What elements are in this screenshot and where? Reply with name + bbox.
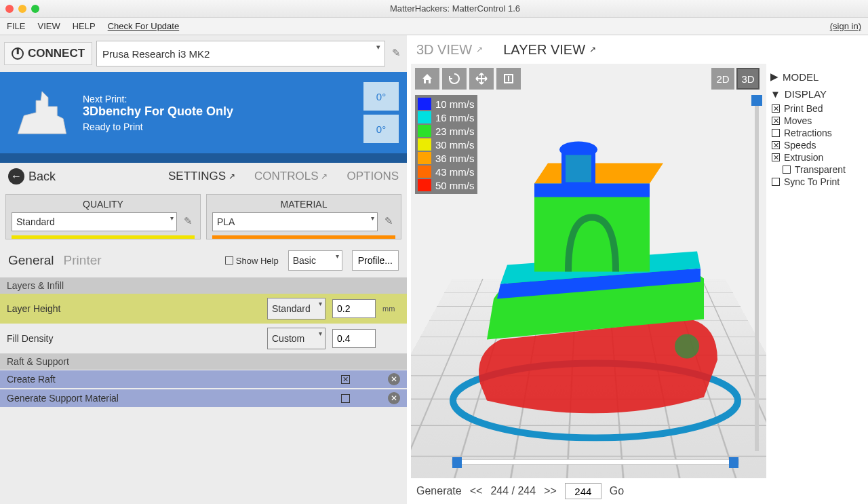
generate-support-label: Generate Support Material <box>7 393 336 404</box>
speed-swatch <box>418 179 431 191</box>
window-controls <box>5 5 39 13</box>
viewport-toolbar <box>415 68 521 90</box>
display-opt-moves[interactable]: ✕Moves <box>772 115 865 127</box>
generate-button[interactable]: Generate <box>416 485 462 497</box>
display-opt-label: Retractions <box>784 128 832 138</box>
display-opt-sync-print[interactable]: Sync To Print <box>772 176 865 188</box>
back-button[interactable]: ← Back <box>8 168 56 185</box>
tab-options[interactable]: OPTIONS <box>347 170 399 183</box>
home-view-button[interactable] <box>415 68 439 90</box>
tab-controls[interactable]: CONTROLS <box>254 170 328 183</box>
speed-legend-row: 23 mm/s <box>418 124 475 138</box>
tab-layer-view[interactable]: LAYER VIEW <box>503 42 596 58</box>
prev-layer-button[interactable]: << <box>470 485 483 497</box>
tab-3d-view[interactable]: 3D VIEW <box>416 42 483 58</box>
show-help-toggle[interactable]: Show Help <box>225 256 279 266</box>
layer-height-input[interactable] <box>332 299 376 318</box>
display-opt-label: Speeds <box>784 140 816 151</box>
menu-view[interactable]: VIEW <box>37 21 60 31</box>
printer-tab[interactable]: Printer <box>64 253 102 268</box>
setting-fill-density: Fill Density Custom <box>0 324 407 353</box>
go-button[interactable]: Go <box>610 485 624 497</box>
fill-density-preset[interactable]: Custom <box>267 328 326 349</box>
extrusion-range-slider[interactable] <box>452 459 739 469</box>
layer-height-preset[interactable]: Standard <box>267 298 326 319</box>
quality-select[interactable]: Standard <box>12 212 177 231</box>
next-print-panel: Next Print: 3Dbenchy For Quote Only Read… <box>0 72 407 153</box>
layer-viewport[interactable]: 2D 3D 10 mm/s16 mm/s23 mm/s30 mm/s36 mm/… <box>411 64 766 478</box>
range-thumb-start[interactable] <box>452 457 462 468</box>
checkbox-icon: ✕ <box>772 117 780 125</box>
level-select[interactable]: Basic <box>288 250 342 271</box>
speed-legend-row: 36 mm/s <box>418 151 475 165</box>
printer-select[interactable]: Prusa Research i3 MK2 <box>96 41 385 66</box>
model-group-header[interactable]: ▶ MODEL <box>769 68 865 85</box>
tab-settings[interactable]: SETTINGS <box>168 170 235 183</box>
minimize-window-icon[interactable] <box>18 5 26 13</box>
material-box: MATERIAL PLA ✎ <box>206 194 401 239</box>
connect-button[interactable]: CONNECT <box>4 42 92 65</box>
display-group-header[interactable]: ▼ DISPLAY <box>769 85 865 102</box>
show-help-checkbox-icon <box>225 256 233 265</box>
profile-button[interactable]: Profile... <box>352 250 399 271</box>
pan-view-button[interactable] <box>469 68 494 90</box>
layer-slider[interactable] <box>751 95 762 451</box>
speed-label: 36 mm/s <box>435 153 475 164</box>
display-opt-extrusion[interactable]: ✕Extrusion <box>772 151 865 163</box>
display-options-panel: ▶ MODEL ▼ DISPLAY ✕Print Bed✕MovesRetrac… <box>766 64 868 478</box>
model-render <box>433 115 745 443</box>
range-thumb-end[interactable] <box>729 457 738 468</box>
view-3d-button[interactable]: 3D <box>736 68 760 90</box>
create-raft-label: Create Raft <box>7 374 336 385</box>
menu-file[interactable]: FILE <box>7 21 25 31</box>
speed-swatch <box>418 152 431 164</box>
window-title: MatterHackers: MatterControl 1.6 <box>47 3 863 14</box>
next-layer-button[interactable]: >> <box>544 485 557 497</box>
maximize-window-icon[interactable] <box>31 5 39 13</box>
next-print-status: Ready to Print <box>83 121 357 132</box>
connect-label: CONNECT <box>28 47 85 60</box>
layer-slider-thumb[interactable] <box>751 95 762 106</box>
speed-swatch <box>418 138 431 151</box>
layer-height-label: Layer Height <box>7 303 260 314</box>
edit-quality-icon[interactable]: ✎ <box>181 215 195 229</box>
menu-help[interactable]: HELP <box>73 21 96 31</box>
extruder-temp[interactable]: 0° <box>363 82 399 111</box>
edit-material-icon[interactable]: ✎ <box>382 215 395 229</box>
edit-printer-icon[interactable]: ✎ <box>389 47 403 60</box>
display-opt-print-bed[interactable]: ✕Print Bed <box>772 102 865 115</box>
sign-in-link[interactable]: (sign in) <box>830 21 861 31</box>
generate-support-remove-icon[interactable]: ✕ <box>388 392 400 404</box>
bed-temp[interactable]: 0° <box>363 115 399 143</box>
checkbox-icon <box>772 129 780 137</box>
rotate-view-button[interactable] <box>442 68 467 90</box>
display-opt-label: Moves <box>784 115 812 126</box>
speed-label: 16 mm/s <box>435 112 475 123</box>
general-tab[interactable]: General <box>8 253 54 268</box>
checkbox-icon: ✕ <box>772 153 780 161</box>
display-opt-speeds[interactable]: ✕Speeds <box>772 139 865 151</box>
display-opt-retractions[interactable]: Retractions <box>772 127 865 139</box>
fill-density-input[interactable] <box>332 329 376 348</box>
zoom-fit-button[interactable] <box>496 68 521 90</box>
next-print-divider <box>0 153 407 163</box>
fill-density-label: Fill Density <box>7 333 260 344</box>
create-raft-row[interactable]: Create Raft ✕ ✕ <box>0 370 407 388</box>
section-layers-infill: Layers & Infill <box>0 277 407 294</box>
svg-point-5 <box>675 334 699 358</box>
generate-support-row[interactable]: Generate Support Material ✕ <box>0 389 407 407</box>
speed-legend-row: 30 mm/s <box>418 138 475 151</box>
generate-support-checkbox-icon <box>341 394 350 403</box>
checkbox-icon: ✕ <box>772 104 780 113</box>
view-2d-button[interactable]: 2D <box>711 68 734 90</box>
display-opt-transparent[interactable]: Transparent <box>772 163 865 176</box>
material-select[interactable]: PLA <box>212 212 378 231</box>
model-thumbnail <box>8 82 76 143</box>
check-update-link[interactable]: Check For Update <box>108 21 180 31</box>
speed-label: 30 mm/s <box>435 139 475 151</box>
close-window-icon[interactable] <box>5 5 14 13</box>
speed-legend-row: 50 mm/s <box>418 178 475 192</box>
create-raft-remove-icon[interactable]: ✕ <box>388 373 400 385</box>
speed-swatch <box>418 166 431 178</box>
layer-input[interactable] <box>565 483 601 499</box>
